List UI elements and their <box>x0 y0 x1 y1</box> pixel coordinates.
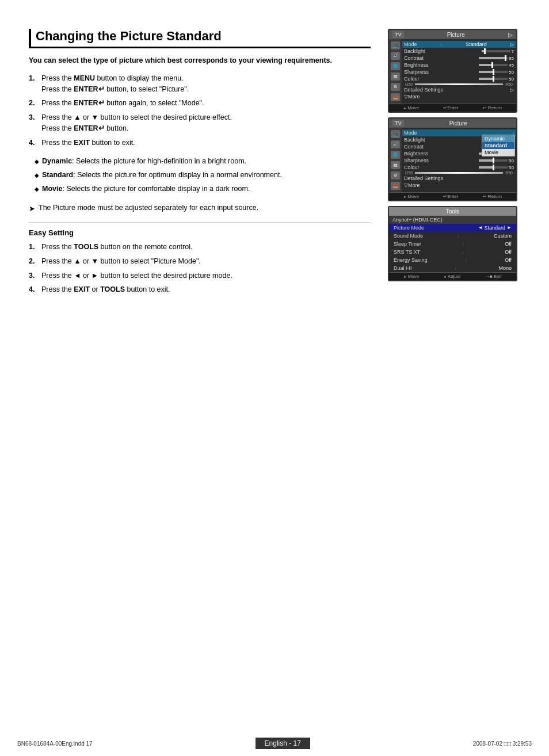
tools-energy-value: Off <box>505 257 512 263</box>
tv-label-1: TV <box>392 31 404 38</box>
tools-left-arrow: ◄ <box>478 225 483 231</box>
tools-srs-value: Off <box>505 249 512 255</box>
page-title: Changing the Picture Standard <box>29 29 371 48</box>
easy-step-3-num: 3. <box>29 270 38 281</box>
tools-sound-mode-row: Sound Mode : Custom <box>389 232 516 240</box>
tv-icon-2a: 📺 <box>391 130 400 138</box>
note-arrow-icon: ➤ <box>29 203 35 215</box>
easy-setting-heading: Easy Setting <box>29 228 371 237</box>
easy-step-4-text: Press the EXIT or TOOLS button to exit. <box>41 284 371 295</box>
tv-mode-row: Mode : Standard ▷ <box>402 41 516 48</box>
easy-step-2-num: 2. <box>29 256 38 267</box>
tools-picture-value: Standard <box>485 225 506 231</box>
tv-screen-1-body: 📺 🔊 🌐 🖼 ⚙ 📥 Mode : Standard ▷ <box>389 39 516 104</box>
tv-contrast-value: 95 <box>509 56 514 61</box>
tv-icon-1c: 🌐 <box>391 62 400 70</box>
tv-mode-value: Standard <box>466 41 487 47</box>
tools-sound-value: Custom <box>494 233 512 239</box>
tools-footer: ⬥ Move ⬥ Adjust →■ Exit <box>389 272 516 280</box>
easy-step-2-text: Press the ▲ or ▼ button to select "Pictu… <box>41 256 371 267</box>
tv-backlight-label: Backlight <box>404 48 425 54</box>
tv-mode-label: Mode <box>404 41 417 47</box>
tv-footer-return-1: ↩ Return <box>483 105 502 110</box>
tv2-backlight-label: Backlight <box>404 137 425 143</box>
tv-more-row: ▽More <box>404 93 514 100</box>
page-footer: BN68-01684A-00Eng.indd 17 English - 17 2… <box>0 738 549 749</box>
tv-brightness-label: Brightness <box>404 62 429 68</box>
footer-right: 2008-07-02 □□ 3:29:53 <box>473 740 532 747</box>
tv-brightness-value: 45 <box>509 63 514 68</box>
intro-text: You can select the type of picture which… <box>29 55 371 66</box>
tv2-dropdown: Dynamic Standard Movie <box>482 135 515 156</box>
main-steps-list: 1. Press the MENU button to display the … <box>29 73 371 148</box>
tv2-colour-value: 50 <box>509 165 514 170</box>
tv-detailed-row: Detailed Settings ▷ <box>404 86 514 93</box>
step-4-num: 4. <box>29 138 38 148</box>
tv-gr-bar-2: G50 R50 <box>404 171 514 175</box>
tools-right-arrow: ► <box>507 225 512 231</box>
easy-step-1: 1. Press the TOOLS button on the remote … <box>29 242 371 253</box>
tv-footer-move-1: ⬥ Move <box>403 105 419 110</box>
easy-step-4-num: 4. <box>29 284 38 295</box>
tv-footer-move-2: ⬥ Move <box>403 194 419 199</box>
bullet-movie-text: Movie: Selects the picture for comfortab… <box>42 184 250 194</box>
tools-footer-adjust: ⬥ Adjust <box>444 274 460 279</box>
tv-detailed-arrow: ▷ <box>510 87 514 93</box>
step-2: 2. Press the ENTER↵ button again, to sel… <box>29 98 371 109</box>
easy-step-1-num: 1. <box>29 242 38 253</box>
step-2-text: Press the ENTER↵ button again, to select… <box>41 98 371 109</box>
tv-icon-2b: 🔊 <box>391 140 400 148</box>
tv-colour-value: 50 <box>509 77 514 82</box>
step-3-num: 3. <box>29 112 38 134</box>
tools-picture-label: Picture Mode <box>394 225 424 231</box>
tv-screen-1: TV Picture ▷ 📺 🔊 🌐 🖼 ⚙ 📥 <box>388 29 517 113</box>
step-2-num: 2. <box>29 98 38 109</box>
tv-backlight-row: Backlight 7 <box>404 48 514 55</box>
step-4: 4. Press the EXIT button to exit. <box>29 138 371 148</box>
easy-step-1-text: Press the TOOLS button on the remote con… <box>41 242 371 253</box>
tv2-colour-bar: 50 <box>479 165 514 170</box>
right-column: TV Picture ▷ 📺 🔊 🌐 🖼 ⚙ 📥 <box>388 29 520 303</box>
tv-sharpness-label: Sharpness <box>404 69 429 75</box>
tools-picture-arrows: ◄ Standard ► <box>478 225 512 231</box>
tv-sharpness-row: Sharpness 50 <box>404 68 514 75</box>
tv-detailed-label: Detailed Settings <box>404 87 443 93</box>
tools-footer-move: ⬥ Move <box>403 274 419 279</box>
tv-icon-1d: 🖼 <box>391 72 400 81</box>
tv2-detailed-row: Detailed Settings <box>404 175 514 182</box>
tv-contrast-bar: 95 <box>479 56 514 61</box>
tools-srs-row: SRS TS XT : Off <box>389 248 516 256</box>
tv2-brightness-label: Brightness <box>404 151 429 156</box>
easy-setting-steps: 1. Press the TOOLS button on the remote … <box>29 242 371 295</box>
tv-colour-bar: 50 <box>479 77 514 82</box>
tv-picture-label-2: Picture <box>404 120 513 127</box>
tv-mode-arrow: ▷ <box>510 42 514 47</box>
tv-icons-1: 📺 🔊 🌐 🖼 ⚙ 📥 <box>389 39 402 104</box>
bullet-dynamic: ◆ Dynamic: Selects the picture for high-… <box>35 156 371 167</box>
tv-g-label-2: G50 <box>405 171 413 175</box>
easy-step-2: 2. Press the ▲ or ▼ button to select "Pi… <box>29 256 371 267</box>
tv-icon-2e: ⚙ <box>391 171 400 180</box>
tv-screen-2-header: TV Picture <box>389 119 516 128</box>
footer-left: BN68-01684A-00Eng.indd 17 <box>17 740 93 747</box>
tools-picture-mode-row: Picture Mode ◄ Standard ► <box>389 224 516 232</box>
bullet-movie: ◆ Movie: Selects the picture for comfort… <box>35 184 371 194</box>
tools-sleep-timer-row: Sleep Timer : Off <box>389 240 516 248</box>
tv-icons-2: 📺 🔊 🌐 🖼 ⚙ 📥 <box>389 128 402 192</box>
tv-arrow-1: ▷ <box>508 32 513 38</box>
tv2-more-row: ▽More <box>404 182 514 189</box>
tv-icon-1e: ⚙ <box>391 83 400 91</box>
dropdown-dynamic: Dynamic <box>482 135 514 142</box>
tv-menu-2: Mode : Backlight Contrast 3 <box>402 128 516 192</box>
tv-icon-1a: 📺 <box>391 41 400 49</box>
tv-screen-2-body: 📺 🔊 🌐 🖼 ⚙ 📥 Mode : Backlight <box>389 128 516 192</box>
tools-header: Tools <box>389 207 516 216</box>
tv-r-label-2: R50 <box>505 171 513 175</box>
tv-gr-bar-1: G50 R50 <box>404 82 514 86</box>
tv-contrast-row: Contrast 95 <box>404 55 514 62</box>
tv-icon-2d: 🖼 <box>391 161 400 169</box>
tv-sharpness-bar: 50 <box>479 70 514 75</box>
tv-brightness-bar: 45 <box>479 63 514 68</box>
step-3: 3. Press the ▲ or ▼ button to select the… <box>29 112 371 134</box>
tools-dual-label: Dual I-II <box>394 265 412 271</box>
